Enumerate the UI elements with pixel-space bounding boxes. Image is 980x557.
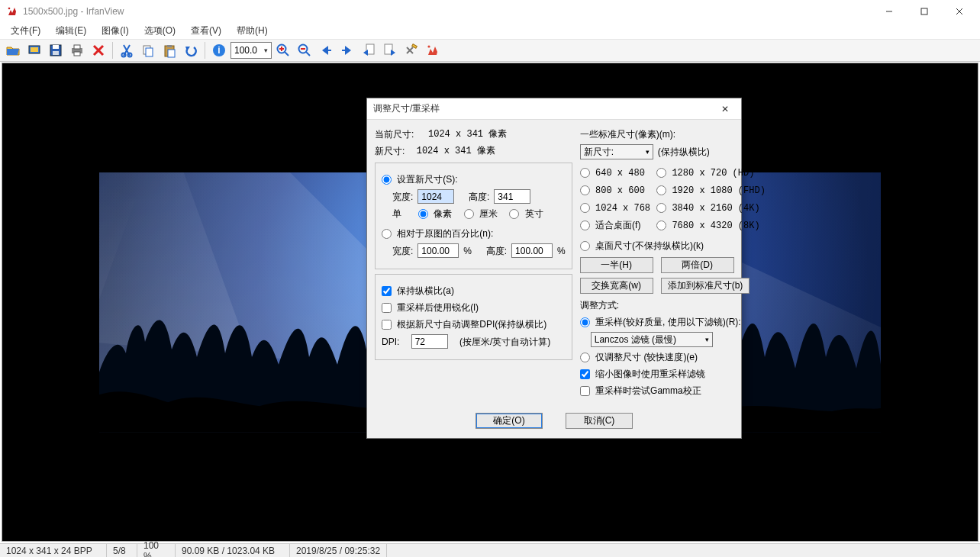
chevron-down-icon: ▾ bbox=[264, 47, 268, 54]
delete-icon[interactable] bbox=[89, 40, 108, 60]
r3840-radio[interactable]: 3840 x 2160 (4K) bbox=[656, 201, 760, 215]
cut-icon[interactable] bbox=[117, 40, 137, 60]
next-page-icon[interactable] bbox=[380, 40, 400, 60]
unit-cm-radio[interactable]: 厘米 bbox=[464, 207, 498, 221]
zoom-out-icon[interactable] bbox=[295, 40, 314, 60]
svg-point-0 bbox=[8, 7, 11, 9]
paste-icon[interactable] bbox=[160, 40, 179, 60]
next-icon[interactable] bbox=[337, 40, 357, 60]
maximize-button[interactable] bbox=[907, 0, 942, 23]
add-std-button[interactable]: 添加到标准尺寸(b) bbox=[661, 278, 750, 294]
svg-rect-3 bbox=[31, 47, 38, 52]
r800-radio[interactable]: 800 x 600 bbox=[580, 183, 645, 198]
svg-rect-8 bbox=[74, 45, 80, 49]
prev-page-icon[interactable] bbox=[359, 40, 379, 60]
statusbar: 1024 x 341 x 24 BPP 5/8 100 % 90.09 KB /… bbox=[0, 543, 980, 557]
dialog-title: 调整尺寸/重采样 bbox=[373, 102, 440, 115]
settings-icon[interactable] bbox=[401, 40, 421, 60]
menu-options[interactable]: 选项(O) bbox=[138, 23, 182, 39]
current-size-value: 1024 x 341 像素 bbox=[428, 127, 507, 141]
info-icon[interactable]: i bbox=[209, 40, 229, 60]
width-input[interactable] bbox=[417, 189, 454, 204]
pct-width-input[interactable] bbox=[417, 243, 459, 258]
toolbar: i 100.0▾ bbox=[0, 39, 980, 62]
std-keep-note: (保持纵横比) bbox=[658, 145, 710, 159]
svg-point-26 bbox=[427, 45, 430, 47]
set-new-size-radio[interactable]: 设置新尺寸(S): bbox=[382, 172, 458, 186]
svg-rect-9 bbox=[74, 52, 80, 56]
dpi-label: DPI: bbox=[382, 335, 399, 349]
status-zoom: 100 % bbox=[137, 544, 176, 557]
status-page: 5/8 bbox=[107, 544, 137, 557]
zoom-in-icon[interactable] bbox=[273, 40, 293, 60]
gamma-check[interactable]: 重采样时尝试Gamma校正 bbox=[580, 384, 701, 398]
minimize-button[interactable] bbox=[872, 0, 907, 23]
save-icon[interactable] bbox=[46, 40, 66, 60]
pct-width-label: 宽度: bbox=[392, 244, 413, 258]
std-sizes-label: 一些标准尺寸(像素)(m): bbox=[580, 127, 675, 141]
close-button[interactable] bbox=[942, 0, 977, 23]
r7680-radio[interactable]: 7680 x 4320 (8K) bbox=[656, 218, 760, 233]
menu-image[interactable]: 图像(I) bbox=[95, 23, 134, 39]
percent-radio[interactable]: 相对于原图的百分比(n): bbox=[382, 227, 493, 240]
slideshow-icon[interactable] bbox=[24, 40, 44, 60]
resample-radio[interactable]: 重采样(较好质量, 使用以下滤镜)(R): bbox=[580, 315, 741, 329]
resize-only-radio[interactable]: 仅调整尺寸 (较快速度)(e) bbox=[580, 350, 698, 364]
filter-select[interactable]: Lanczos 滤镜 (最慢)▾ bbox=[591, 332, 713, 347]
auto-dpi-check[interactable]: 根据新尺寸自动调整DPI(保持纵横比) bbox=[382, 317, 546, 331]
copy-icon[interactable] bbox=[138, 40, 158, 60]
swap-button[interactable]: 交换宽高(w) bbox=[580, 278, 653, 294]
height-input[interactable] bbox=[494, 189, 530, 204]
r1280-radio[interactable]: 1280 x 720 (HD) bbox=[656, 166, 754, 180]
svg-rect-16 bbox=[168, 50, 175, 57]
dialog-close-icon[interactable]: ✕ bbox=[715, 104, 735, 114]
unit-pixel-radio[interactable]: 像素 bbox=[418, 207, 452, 221]
desktop-size-radio[interactable]: 桌面尺寸(不保持纵横比)(k) bbox=[580, 239, 704, 253]
prev-icon[interactable] bbox=[316, 40, 336, 60]
irfanview-icon[interactable] bbox=[423, 40, 443, 60]
pct-height-input[interactable] bbox=[511, 243, 553, 258]
ok-button[interactable]: 确定(O) bbox=[475, 413, 543, 429]
pct-height-label: 高度: bbox=[486, 244, 507, 258]
dialog-titlebar[interactable]: 调整尺寸/重采样 ✕ bbox=[367, 98, 741, 120]
width-label: 宽度: bbox=[392, 190, 413, 204]
app-icon bbox=[6, 5, 18, 18]
open-icon[interactable] bbox=[3, 40, 23, 60]
double-button[interactable]: 两倍(D) bbox=[661, 257, 734, 273]
dpi-note: (按厘米/英寸自动计算) bbox=[459, 335, 550, 349]
zoom-input[interactable]: 100.0▾ bbox=[230, 42, 272, 59]
menu-file[interactable]: 文件(F) bbox=[5, 23, 47, 39]
menubar: 文件(F) 编辑(E) 图像(I) 选项(O) 查看(V) 帮助(H) bbox=[0, 23, 980, 39]
fit-desktop-radio[interactable]: 适合桌面(f) bbox=[580, 218, 641, 232]
cancel-button[interactable]: 取消(C) bbox=[566, 413, 633, 429]
svg-rect-13 bbox=[146, 48, 153, 56]
svg-rect-21 bbox=[328, 50, 331, 51]
half-button[interactable]: 一半(H) bbox=[580, 257, 653, 273]
r640-radio[interactable]: 640 x 480 bbox=[580, 166, 645, 180]
chevron-down-icon: ▾ bbox=[705, 333, 709, 346]
svg-rect-6 bbox=[53, 51, 59, 55]
shrink-filter-check[interactable]: 缩小图像时使用重采样滤镜 bbox=[580, 367, 705, 381]
sharpen-check[interactable]: 重采样后使用锐化(l) bbox=[382, 301, 479, 314]
unit-inch-radio[interactable]: 英寸 bbox=[509, 207, 543, 221]
resize-dialog: 调整尺寸/重采样 ✕ 当前尺寸: 1024 x 341 像素 新尺寸: 1024… bbox=[366, 98, 742, 439]
menu-edit[interactable]: 编辑(E) bbox=[50, 23, 92, 39]
svg-rect-5 bbox=[53, 45, 59, 49]
menu-help[interactable]: 帮助(H) bbox=[230, 23, 274, 39]
undo-icon[interactable] bbox=[181, 40, 201, 60]
menu-view[interactable]: 查看(V) bbox=[185, 23, 227, 39]
status-date: 2019/8/25 / 09:25:32 bbox=[290, 544, 387, 557]
new-size-label: 新尺寸: bbox=[375, 144, 405, 158]
svg-rect-22 bbox=[342, 50, 345, 51]
svg-rect-15 bbox=[167, 45, 172, 47]
status-dims: 1024 x 341 x 24 BPP bbox=[0, 544, 107, 557]
std-size-select[interactable]: 新尺寸:▾ bbox=[580, 144, 653, 159]
r1920-radio[interactable]: 1920 x 1080 (FHD) bbox=[656, 183, 766, 198]
unit-label: 单 bbox=[392, 207, 401, 221]
method-label: 调整方式: bbox=[580, 298, 619, 312]
keep-ratio-check[interactable]: 保持纵横比(a) bbox=[382, 284, 454, 298]
dpi-input[interactable] bbox=[411, 334, 448, 349]
r1024-radio[interactable]: 1024 x 768 bbox=[580, 201, 650, 215]
new-size-value: 1024 x 341 像素 bbox=[417, 144, 495, 158]
print-icon[interactable] bbox=[67, 40, 87, 60]
